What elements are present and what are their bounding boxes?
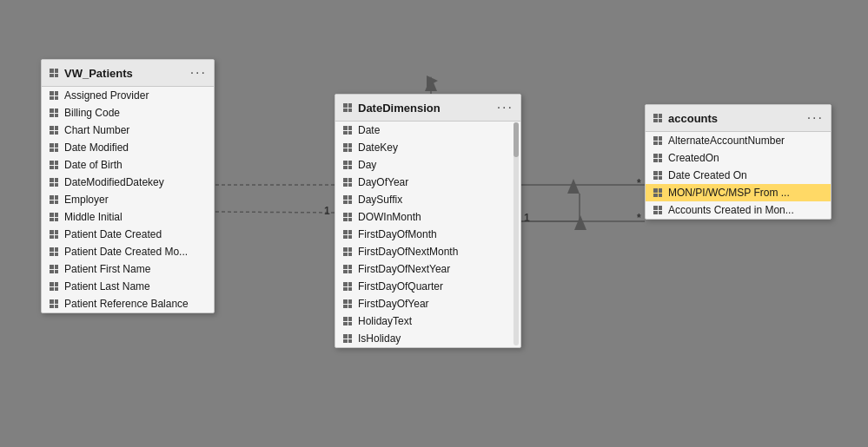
row-grid-icon <box>653 187 663 198</box>
table-row-highlighted[interactable]: MON/PI/WC/MSP From ... <box>646 184 831 201</box>
row-label: Patient Date Created <box>64 228 162 240</box>
date-dimension-table: DateDimension ··· Date DateKey Day DayOf… <box>335 94 521 348</box>
svg-marker-7 <box>574 215 586 230</box>
table-row[interactable]: Assigned Provider <box>42 87 214 104</box>
row-label: Patient Last Name <box>64 280 150 293</box>
row-label: Date <box>358 124 380 136</box>
row-grid-icon <box>342 316 353 326</box>
conn-one-2: 1 <box>524 212 530 224</box>
row-label: DOWInMonth <box>358 211 421 223</box>
table-row[interactable]: Patient First Name <box>42 260 214 278</box>
row-grid-icon <box>49 108 59 118</box>
row-grid-icon <box>653 135 663 146</box>
row-label: Assigned Provider <box>64 89 149 102</box>
row-label: Employer <box>64 194 109 206</box>
table-row[interactable]: DateKey <box>335 139 520 156</box>
table-row[interactable]: Chart Number <box>42 122 214 139</box>
row-label: DateKey <box>358 141 398 154</box>
accounts-title: accounts <box>668 112 718 125</box>
diagram-canvas: * 1 1 * * VW_Patients ··· Assigned Provi… <box>0 0 868 447</box>
row-label: DayOfYear <box>358 176 408 188</box>
row-grid-icon <box>49 160 59 170</box>
row-grid-icon <box>49 229 59 240</box>
row-grid-icon <box>342 229 353 240</box>
table-row[interactable]: Date Created On <box>646 167 831 184</box>
row-grid-icon <box>342 212 353 222</box>
row-grid-icon <box>653 205 663 215</box>
table-row[interactable]: FirstDayOfYear <box>335 295 520 312</box>
table-row[interactable]: Patient Reference Balance <box>42 295 214 312</box>
row-grid-icon <box>49 90 59 101</box>
table-row[interactable]: DateModifiedDatekey <box>42 174 214 191</box>
row-label: AlternateAccountNumber <box>668 135 785 147</box>
row-label: Date of Birth <box>64 159 123 171</box>
table-row[interactable]: Billing Code <box>42 104 214 122</box>
row-label: DaySuffix <box>358 194 402 206</box>
table-row[interactable]: DayOfYear <box>335 174 520 191</box>
row-grid-icon <box>49 264 59 274</box>
table-row[interactable]: Middle Initial <box>42 208 214 226</box>
accounts-menu[interactable]: ··· <box>807 110 824 126</box>
svg-marker-11 <box>567 179 580 194</box>
scrollbar-thumb[interactable] <box>514 122 519 157</box>
row-grid-icon <box>342 264 353 274</box>
table-row[interactable]: Patient Last Name <box>42 278 214 295</box>
row-grid-icon <box>49 125 59 135</box>
table-row[interactable]: FirstDayOfMonth <box>335 226 520 243</box>
row-grid-icon <box>342 281 353 292</box>
accounts-header: accounts ··· <box>646 105 831 132</box>
table-grid-icon <box>653 113 663 123</box>
row-label: Patient Reference Balance <box>64 298 189 310</box>
table-row[interactable]: Accounts Created in Mon... <box>646 201 831 219</box>
accounts-table: accounts ··· AlternateAccountNumber Crea… <box>645 104 832 220</box>
row-label: CreatedOn <box>668 152 719 164</box>
row-label: Billing Code <box>64 107 120 119</box>
table-row[interactable]: Patient Date Created <box>42 226 214 243</box>
table-grid-icon <box>342 102 353 113</box>
row-label: IsHoliday <box>358 332 401 345</box>
row-grid-icon <box>342 125 353 135</box>
svg-marker-5 <box>427 76 438 87</box>
table-row[interactable]: IsHoliday <box>335 330 520 347</box>
vw-patients-title: VW_Patients <box>64 67 133 80</box>
row-grid-icon <box>342 299 353 309</box>
row-label: Accounts Created in Mon... <box>668 204 794 216</box>
date-dimension-header: DateDimension ··· <box>335 95 520 122</box>
row-grid-icon <box>342 160 353 170</box>
row-grid-icon <box>49 142 59 153</box>
conn-star-2: * <box>637 212 641 224</box>
row-label: FirstDayOfMonth <box>358 228 437 240</box>
row-label: Middle Initial <box>64 211 123 223</box>
table-row[interactable]: DaySuffix <box>335 191 520 208</box>
table-row[interactable]: Employer <box>42 191 214 208</box>
row-label: FirstDayOfYear <box>358 298 429 310</box>
row-label: HolidayText <box>358 315 412 327</box>
table-row[interactable]: FirstDayOfNextMonth <box>335 243 520 260</box>
table-row[interactable]: Date <box>335 122 520 139</box>
conn-star-3: * <box>637 177 641 189</box>
table-row[interactable]: Patient Date Created Mo... <box>42 243 214 260</box>
table-row[interactable]: CreatedOn <box>646 149 831 167</box>
date-dimension-menu[interactable]: ··· <box>497 100 514 115</box>
table-row[interactable]: HolidayText <box>335 312 520 330</box>
scrollbar-track[interactable] <box>514 122 519 345</box>
vw-patients-header: VW_Patients ··· <box>42 60 214 87</box>
row-grid-icon <box>653 170 663 181</box>
table-row[interactable]: Date Modified <box>42 139 214 156</box>
table-row[interactable]: Day <box>335 156 520 174</box>
table-row[interactable]: AlternateAccountNumber <box>646 132 831 149</box>
table-row[interactable]: DOWInMonth <box>335 208 520 226</box>
row-grid-icon <box>49 247 59 257</box>
table-row[interactable]: FirstDayOfQuarter <box>335 278 520 295</box>
row-grid-icon <box>49 281 59 292</box>
row-grid-icon <box>342 247 353 257</box>
row-grid-icon <box>342 333 353 344</box>
table-row[interactable]: Date of Birth <box>42 156 214 174</box>
svg-marker-3 <box>425 76 437 91</box>
vw-patients-menu[interactable]: ··· <box>190 65 207 81</box>
table-grid-icon <box>49 68 59 78</box>
conn-one-1: 1 <box>324 205 330 217</box>
row-label: Day <box>358 159 376 171</box>
table-row[interactable]: FirstDayOfNextYear <box>335 260 520 278</box>
row-grid-icon <box>342 177 353 187</box>
